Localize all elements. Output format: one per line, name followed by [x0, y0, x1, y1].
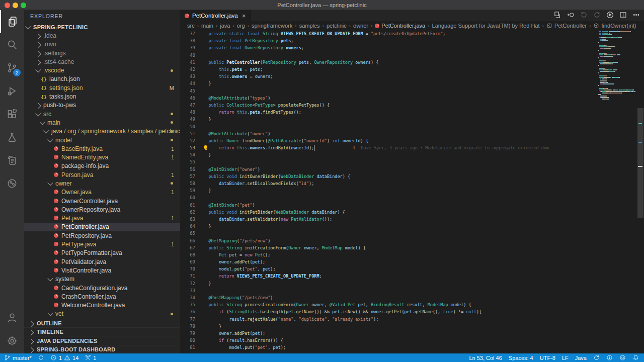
- code-line-40[interactable]: 40: [180, 52, 644, 59]
- tree-item-baseentity-java[interactable]: BaseEntity.java1: [24, 144, 180, 153]
- tree-item-owner-java[interactable]: Owner.java1: [24, 188, 180, 197]
- code-line-79[interactable]: 79 owner.addPet(pet);: [180, 330, 644, 337]
- status-java-build[interactable]: 1: [85, 354, 96, 361]
- code-line-53[interactable]: 53 return this.owners.findById(ownerId);…: [180, 144, 644, 151]
- tree-root-spring-petclinic[interactable]: SPRING-PETCLINIC: [24, 23, 180, 31]
- activity-manage[interactable]: [0, 329, 24, 352]
- panel-spring-boot-dashboard[interactable]: SPRING-BOOT DASHBOARD: [24, 345, 180, 353]
- tree-item-main[interactable]: main: [24, 118, 180, 127]
- tree-item-namedentity-java[interactable]: NamedEntity.java1: [24, 153, 180, 161]
- code-line-45[interactable]: 45: [180, 87, 644, 95]
- code-line-47[interactable]: 47 public Collection<PetType> populatePe…: [180, 102, 644, 109]
- code-line-80[interactable]: 80 if (result.hasErrors()) {: [180, 337, 644, 344]
- code-line-62[interactable]: 62 public void initPetBinder(WebDataBind…: [180, 209, 644, 216]
- tree-item-petvalidator-java[interactable]: PetValidator.java: [24, 257, 180, 266]
- compare-icon[interactable]: [554, 11, 561, 21]
- activity-source-control[interactable]: 2: [0, 56, 24, 79]
- tree-item-tasks-json[interactable]: {}tasks.json: [24, 92, 180, 101]
- tree-item-java-org-springframework-samples-petclinic[interactable]: java / org / springframework / samples /…: [24, 127, 180, 136]
- code-line-46[interactable]: 46 @ModelAttribute("types"): [180, 95, 644, 102]
- code-line-81[interactable]: 81 model.put("pet", pet);: [180, 344, 644, 351]
- tree-item--idea[interactable]: .idea: [24, 31, 180, 40]
- split-editor-icon[interactable]: [619, 11, 627, 21]
- status-notifications[interactable]: [632, 354, 639, 361]
- code-line-78[interactable]: 78 }: [180, 323, 644, 330]
- breadcrumb-item-language-support-for-java-tm-b[interactable]: Language Support for Java(TM) by Red Hat: [432, 23, 540, 29]
- tree-item-ownercontroller-java[interactable]: OwnerController.java: [24, 197, 180, 205]
- tab-petcontroller[interactable]: PetController.java ×: [180, 10, 251, 21]
- panel-outline[interactable]: OUTLINE: [24, 319, 180, 327]
- code-line-55[interactable]: 55: [180, 158, 644, 165]
- code-line-37[interactable]: 37 private static final String VIEWS_PET…: [180, 30, 644, 37]
- scrollbar-thumb[interactable]: [637, 108, 643, 218]
- tree-item-ownerrepository-java[interactable]: OwnerRepository.java: [24, 205, 180, 214]
- tree-item-owner[interactable]: owner: [24, 179, 180, 188]
- code-line-70[interactable]: 70 model.put("pet", pet);: [180, 265, 644, 273]
- tree-item-launch-json[interactable]: {}launch.json: [24, 75, 180, 83]
- breadcrumb-item-org[interactable]: org: [237, 23, 245, 29]
- activity-dependency-viewer[interactable]: [0, 172, 24, 195]
- code-line-71[interactable]: 71 return VIEWS_PETS_CREATE_OR_UPDATE_FO…: [180, 273, 644, 280]
- breadcrumb-item-petcontroller[interactable]: PetController: [546, 23, 587, 29]
- run-java-icon[interactable]: [606, 11, 614, 21]
- panel-java-dependencies[interactable]: JAVA DEPENDENCIES: [24, 336, 180, 344]
- tree-item-cacheconfiguration-java[interactable]: CacheConfiguration.java: [24, 284, 180, 292]
- code-line-58[interactable]: 58 dataBinder.setDisallowedFields("id");: [180, 180, 644, 187]
- breadcrumb-item-java[interactable]: java: [220, 23, 230, 29]
- code-line-48[interactable]: 48 return this.pets.findPetTypes();: [180, 109, 644, 116]
- tree-item-person-java[interactable]: Person.java1: [24, 170, 180, 179]
- tree-item-push-to-pws[interactable]: push-to-pws: [24, 101, 180, 110]
- code-line-69[interactable]: 69 owner.addPet(pet);: [180, 258, 644, 265]
- panel-timeline[interactable]: TIMELINE: [24, 327, 180, 336]
- lightbulb-icon[interactable]: [203, 145, 208, 150]
- undo-dim-icon[interactable]: [580, 11, 588, 21]
- more-actions-icon[interactable]: [632, 11, 640, 21]
- activity-java-projects[interactable]: [0, 149, 24, 172]
- tree-item--mvn[interactable]: .mvn: [24, 40, 180, 49]
- code-line-64[interactable]: 64 }: [180, 223, 644, 230]
- code-line-66[interactable]: 66 @GetMapping("/pets/new"): [180, 237, 644, 244]
- code-line-68[interactable]: 68 Pet pet = new Pet();: [180, 251, 644, 258]
- code-line-43[interactable]: 43 this.owners = owners;: [180, 73, 644, 80]
- activity-run-debug[interactable]: [0, 79, 24, 103]
- tree-item-visitcontroller-java[interactable]: VisitController.java: [24, 266, 180, 275]
- status-indentation[interactable]: Spaces: 4: [509, 355, 533, 361]
- code-line-63[interactable]: 63 dataBinder.setValidator(new PetValida…: [180, 216, 644, 223]
- code-line-61[interactable]: 61 @InitBinder("pet"): [180, 202, 644, 209]
- code-line-41[interactable]: 41 public PetController(PetRepository pe…: [180, 59, 644, 66]
- code-line-75[interactable]: 75 public String processCreationForm(Own…: [180, 301, 644, 308]
- breadcrumb-item-owner[interactable]: owner: [353, 23, 368, 29]
- code-line-67[interactable]: 67 public String initCreationForm(Owner …: [180, 244, 644, 251]
- activity-test[interactable]: [0, 126, 24, 149]
- status-git-branch[interactable]: master*: [4, 354, 32, 361]
- code-line-60[interactable]: 60: [180, 194, 644, 201]
- tree-item-settings-json[interactable]: {}settings.jsonM: [24, 83, 180, 92]
- breadcrumb-item-petcontroller-java[interactable]: PetController.java: [375, 23, 425, 29]
- tree-item-src[interactable]: src: [24, 110, 180, 118]
- tree-item--settings[interactable]: .settings: [24, 49, 180, 57]
- status-cursor-position[interactable]: Ln 53, Col 46: [469, 355, 502, 361]
- tree-item-pet-java[interactable]: Pet.java1: [24, 214, 180, 223]
- code-editor[interactable]: 37 private static final String VIEWS_PET…: [180, 30, 644, 353]
- redo-dim-icon[interactable]: [593, 11, 601, 21]
- code-line-77[interactable]: 77 result.rejectValue("name", "duplicate…: [180, 316, 644, 323]
- breadcrumb-item-src[interactable]: src: [187, 23, 195, 29]
- code-line-73[interactable]: 73: [180, 287, 644, 294]
- code-line-52[interactable]: 52 public Owner findOwner(@PathVariable(…: [180, 137, 644, 144]
- activity-accounts[interactable]: [0, 306, 24, 329]
- status-java-info[interactable]: [606, 354, 613, 361]
- activity-search[interactable]: [0, 33, 24, 56]
- code-line-38[interactable]: 38 private final PetRepository pets;: [180, 37, 644, 44]
- code-line-39[interactable]: 39 private final OwnerRepository owners;: [180, 44, 644, 51]
- code-line-65[interactable]: 65: [180, 230, 644, 237]
- tree-item-petcontroller-java[interactable]: PetController.java: [24, 223, 180, 231]
- breadcrumb-item-findowner-int-[interactable]: findOwner(int): [593, 23, 636, 29]
- code-line-44[interactable]: 44 }: [180, 80, 644, 87]
- code-line-50[interactable]: 50: [180, 123, 644, 130]
- breadcrumb-item-petclinic[interactable]: petclinic: [327, 23, 347, 29]
- activity-extensions[interactable]: [0, 103, 24, 126]
- minimap[interactable]: [598, 31, 637, 353]
- tree-item-crashcontroller-java[interactable]: CrashController.java: [24, 292, 180, 301]
- code-line-51[interactable]: 51 @ModelAttribute("owner"): [180, 130, 644, 137]
- code-line-74[interactable]: 74 @PostMapping("/pets/new"): [180, 294, 644, 301]
